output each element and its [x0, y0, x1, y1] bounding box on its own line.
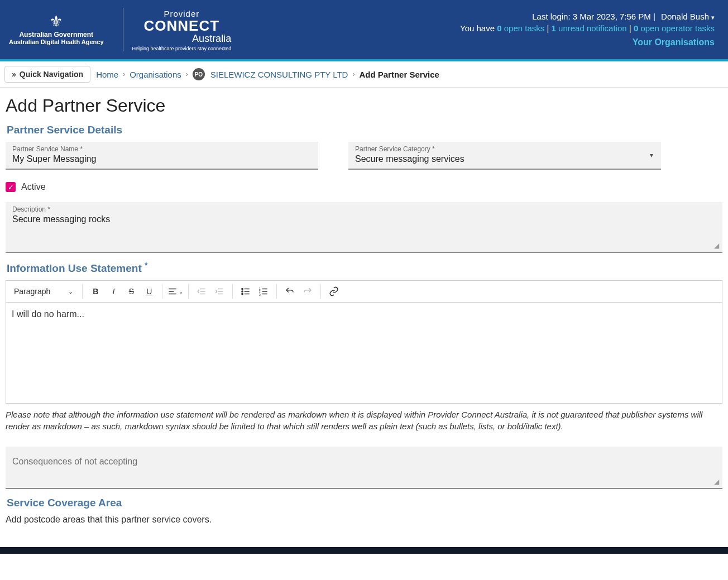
toolbar-divider	[320, 284, 321, 299]
partner-service-category-field[interactable]: Partner Service Category * Secure messag…	[348, 142, 661, 170]
underline-button[interactable]: U	[141, 283, 157, 300]
align-left-icon	[167, 286, 178, 296]
consequences-field[interactable]: Consequences of not accepting ◢	[6, 447, 722, 489]
header-sep: |	[653, 12, 658, 21]
indent-icon	[214, 286, 224, 296]
toolbar-divider	[276, 284, 277, 299]
description-input[interactable]	[12, 214, 716, 237]
header-user-row: Last login: 3 Mar 2023, 7:56 PM | Donald…	[460, 12, 715, 21]
editor-content[interactable]: I will do no harm...	[6, 303, 722, 403]
open-tasks-link[interactable]: 0 open tasks	[497, 23, 544, 33]
last-login-value: 3 Mar 2023, 7:56 PM	[573, 12, 651, 21]
your-organisations-link[interactable]: Your Organisations	[460, 37, 715, 47]
form-row-name-category: Partner Service Name * Partner Service C…	[6, 142, 722, 170]
coat-of-arms-icon: ⚜	[9, 14, 104, 30]
undo-button[interactable]	[281, 283, 298, 300]
paragraph-style-label: Paragraph	[14, 287, 50, 296]
section-partner-service-details: Partner Service Details	[7, 124, 722, 136]
quick-navigation-button[interactable]: » Quick Navigation	[4, 66, 90, 83]
footer-bar	[0, 547, 728, 554]
description-field[interactable]: Description * ◢	[6, 202, 722, 253]
svg-point-10	[242, 291, 243, 292]
bold-button[interactable]: B	[87, 283, 104, 300]
provider-connect-logo: Provider CONNECT Australia Helping healt…	[132, 7, 232, 51]
chevrons-right-icon: »	[12, 70, 16, 79]
description-label: Description *	[12, 205, 716, 213]
header-right: Last login: 3 Mar 2023, 7:56 PM | Donald…	[460, 4, 715, 55]
link-button[interactable]	[325, 283, 342, 300]
partner-service-name-input[interactable]	[12, 154, 312, 164]
breadcrumb-current: Add Partner Service	[359, 70, 439, 79]
header-divider	[123, 8, 123, 51]
pc-line2: CONNECT	[132, 18, 232, 33]
main-content: Add Partner Service Partner Service Deta…	[0, 88, 728, 547]
tasks-prefix: You have	[460, 23, 497, 33]
align-button[interactable]: ⌄	[167, 283, 184, 300]
partner-service-name-label: Partner Service Name *	[12, 145, 312, 153]
breadcrumb-bar: » Quick Navigation Home › Organisations …	[0, 61, 728, 88]
breadcrumb-org-name[interactable]: SIELEWICZ CONSULTING PTY LTD	[210, 70, 348, 79]
agency-line1: Australian Government	[9, 31, 104, 39]
coverage-text: Add postcode areas that this partner ser…	[6, 515, 722, 525]
bullet-list-button[interactable]	[237, 283, 254, 300]
redo-button[interactable]	[299, 283, 316, 300]
toolbar-divider	[162, 284, 162, 299]
svg-point-9	[242, 289, 243, 290]
strikethrough-button[interactable]: S	[123, 283, 140, 300]
info-use-heading: Information Use Statement	[7, 262, 145, 274]
agency-logo: ⚜ Australian Government Australian Digit…	[4, 14, 114, 45]
section-information-use-statement: Information Use Statement *	[7, 261, 722, 275]
operator-label: open operator tasks	[638, 23, 715, 33]
partner-service-category-value: Secure messaging services	[355, 154, 654, 164]
rich-text-editor: Paragraph ⌄ B I S U ⌄	[6, 280, 722, 404]
header-tasks-row: You have 0 open tasks | 1 unread notific…	[460, 23, 715, 33]
resize-handle-icon: ◢	[714, 242, 719, 250]
user-menu[interactable]: Donald Bush	[661, 12, 715, 21]
link-icon	[329, 286, 339, 296]
breadcrumb-organisations[interactable]: Organisations	[130, 70, 181, 79]
unread-notifications-link[interactable]: 1 unread notification	[552, 23, 627, 33]
undo-icon	[285, 286, 295, 296]
section-service-coverage-area: Service Coverage Area	[7, 497, 722, 509]
resize-handle-icon: ◢	[714, 478, 719, 486]
partner-service-name-field[interactable]: Partner Service Name *	[6, 142, 318, 170]
redo-icon	[303, 286, 313, 296]
unread-count: 1	[552, 23, 556, 33]
breadcrumb: Home › Organisations › PO SIELEWICZ CONS…	[96, 68, 439, 80]
last-login-prefix: Last login:	[532, 12, 573, 21]
active-label: Active	[21, 182, 46, 192]
active-checkbox[interactable]: ✓	[6, 182, 16, 192]
open-tasks-count: 0	[497, 23, 501, 33]
tasks-sep2: |	[629, 23, 634, 33]
numbered-list-button[interactable]: 123	[255, 283, 272, 300]
pc-tagline: Helping healthcare providers stay connec…	[132, 46, 232, 51]
unread-label: unread notification	[556, 23, 627, 33]
svg-point-11	[242, 294, 243, 295]
toolbar-divider	[82, 284, 83, 299]
italic-button[interactable]: I	[105, 283, 122, 300]
po-badge: PO	[193, 68, 205, 80]
tasks-sep1: |	[547, 23, 551, 33]
indent-button[interactable]	[211, 283, 228, 300]
app-header: ⚜ Australian Government Australian Digit…	[0, 0, 728, 61]
active-checkbox-row: ✓ Active	[6, 182, 722, 192]
chevron-down-icon: ⌄	[179, 289, 183, 295]
chevron-right-icon: ›	[352, 70, 355, 78]
header-left: ⚜ Australian Government Australian Digit…	[4, 4, 231, 55]
consequences-placeholder: Consequences of not accepting	[12, 457, 137, 466]
bullet-list-icon	[241, 286, 251, 296]
breadcrumb-home[interactable]: Home	[96, 70, 118, 79]
paragraph-style-select[interactable]: Paragraph ⌄	[9, 285, 78, 298]
quick-navigation-label: Quick Navigation	[20, 70, 83, 79]
operator-tasks-link[interactable]: 0 open operator tasks	[634, 23, 715, 33]
numbered-list-icon: 123	[258, 286, 269, 296]
info-use-note: Please note that although the informatio…	[6, 409, 722, 432]
editor-toolbar: Paragraph ⌄ B I S U ⌄	[6, 281, 722, 303]
toolbar-divider	[232, 284, 233, 299]
chevron-right-icon: ›	[186, 70, 188, 78]
outdent-button[interactable]	[193, 283, 210, 300]
svg-text:3: 3	[259, 293, 261, 296]
open-tasks-label: open tasks	[502, 23, 545, 33]
outdent-icon	[197, 286, 207, 296]
partner-service-category-label: Partner Service Category *	[355, 145, 654, 153]
